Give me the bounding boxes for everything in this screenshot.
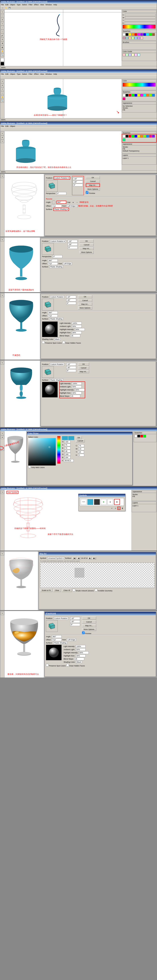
spectrum[interactable] — [123, 83, 155, 87]
tool-pen[interactable]: ✒ — [1, 18, 4, 22]
y-rot[interactable] — [73, 180, 83, 183]
slider-m[interactable] — [125, 16, 156, 19]
stroke-row[interactable]: Stroke: — [133, 493, 155, 495]
blue-glass-shaded[interactable] — [6, 295, 36, 334]
ok-button[interactable]: OK — [82, 617, 96, 620]
menu-view[interactable]: View — [40, 73, 44, 75]
menu-select[interactable]: Select — [22, 73, 27, 75]
x-rot[interactable] — [68, 240, 77, 243]
color-field[interactable] — [28, 438, 56, 466]
appear-stroke[interactable]: Stroke: — [123, 107, 155, 109]
cap-off[interactable]: ○ — [75, 201, 79, 204]
cancel-button[interactable]: Cancel — [76, 439, 85, 442]
symbol-select[interactable]: Unnamed Symbol ▾ — [47, 557, 64, 560]
x-rot[interactable] — [73, 177, 83, 180]
light-int-input[interactable] — [72, 322, 82, 325]
more-options-button[interactable]: More Options — [86, 188, 100, 191]
swatch[interactable] — [131, 54, 134, 56]
appear-stroke[interactable]: Stroke: — [123, 146, 155, 148]
surface-next[interactable]: ▶ — [88, 557, 92, 559]
preserve-check[interactable]: Preserve Spot Colors — [46, 665, 66, 667]
swatch[interactable] — [126, 33, 128, 36]
symbol-item-selected[interactable]: ❀ — [114, 499, 120, 505]
menu-help[interactable]: Help — [53, 73, 57, 75]
menu-window[interactable]: Window — [45, 73, 52, 75]
tool-rotate[interactable]: ↻ — [1, 38, 4, 41]
tool-line[interactable]: / — [1, 26, 4, 29]
tb-new[interactable]: □ — [1, 6, 4, 10]
symbol-new-btn[interactable]: ◫ — [117, 507, 120, 510]
tool-rect[interactable]: □ — [1, 91, 4, 95]
tool-type[interactable]: T — [1, 140, 4, 143]
surface-select[interactable]: Plastic Shading — [53, 641, 67, 644]
tool-direct[interactable]: ⬚ — [1, 14, 4, 18]
x-rot[interactable] — [70, 617, 80, 620]
swatch[interactable] — [149, 33, 152, 36]
menu-object[interactable]: Object — [10, 125, 15, 127]
hue-slider[interactable] — [57, 436, 61, 463]
tool-hand[interactable]: ✋ — [1, 95, 4, 99]
light-preview[interactable] — [42, 382, 58, 398]
zoom-level[interactable]: 300% — [1, 67, 5, 68]
ok-button[interactable]: OK — [78, 363, 89, 366]
tool-select[interactable]: ↖ — [1, 361, 4, 364]
clear-button[interactable]: Clear — [53, 589, 61, 592]
shade-check[interactable]: Shade Artwork (slower) — [73, 589, 94, 592]
swatch[interactable] — [123, 94, 125, 97]
menu-file[interactable]: File — [1, 73, 4, 75]
pos-select[interactable]: Custom Rotation — [50, 363, 64, 366]
swatch[interactable] — [135, 37, 137, 40]
canvas[interactable]: 在西边放着喜欢吧 — [5, 431, 26, 486]
swatch[interactable] — [128, 54, 131, 56]
swatch[interactable] — [140, 33, 143, 36]
z-rot[interactable] — [66, 369, 76, 372]
y-rot[interactable] — [66, 366, 76, 369]
shading-select[interactable]: Black — [54, 338, 61, 340]
preview-checkbox[interactable]: Preview — [86, 191, 100, 194]
z-rot[interactable] — [66, 302, 76, 305]
tool-select[interactable]: ↖ — [1, 431, 4, 435]
light-preview[interactable] — [42, 321, 58, 337]
y-rot[interactable] — [70, 620, 80, 623]
r-input[interactable] — [64, 450, 70, 453]
canvas[interactable]: 养选填色窗口，现在可以试试了吧，请把你喜欢的色都拿选上去 — [5, 131, 122, 170]
swatch[interactable] — [149, 94, 152, 97]
swatch[interactable] — [128, 33, 131, 36]
rotation-cube[interactable] — [42, 299, 54, 310]
red-wireframe-glass[interactable] — [10, 494, 46, 541]
swatch[interactable] — [143, 435, 146, 438]
swatch[interactable] — [123, 33, 125, 36]
tool-type[interactable]: T — [1, 88, 4, 91]
ok-button[interactable]: OK — [86, 176, 100, 179]
draw-hidden-check[interactable]: Draw Hidden Faces — [66, 665, 85, 667]
cancel-button[interactable]: Cancel — [78, 366, 89, 369]
canvas[interactable] — [5, 360, 40, 427]
fill-swatch[interactable] — [1, 58, 4, 62]
swatch[interactable] — [131, 33, 134, 36]
symbol-break-btn[interactable]: ⎋ — [114, 507, 117, 510]
ok-button[interactable]: OK — [78, 295, 92, 298]
tool-select[interactable]: ↖ — [1, 10, 4, 14]
li-input[interactable] — [76, 645, 86, 648]
surface-select[interactable]: Plastic Shading — [50, 379, 63, 382]
y-input[interactable] — [78, 450, 84, 453]
swatch[interactable] — [140, 37, 143, 40]
new-symbol-button[interactable]: New Symbol — [6, 491, 18, 494]
angle-input[interactable] — [48, 259, 58, 262]
angle-input[interactable] — [48, 311, 58, 314]
swatch[interactable] — [143, 94, 146, 97]
cancel-button[interactable]: Cancel — [80, 243, 94, 247]
menu-object[interactable]: Object — [10, 73, 15, 75]
m-input[interactable] — [78, 447, 84, 450]
swatch[interactable] — [126, 37, 128, 40]
menu-edit[interactable]: Edit — [5, 125, 9, 127]
z-rot[interactable] — [70, 623, 80, 626]
offset-input[interactable] — [48, 314, 58, 317]
zoom[interactable]: 300% — [1, 171, 5, 173]
ambient-input[interactable] — [72, 325, 82, 328]
appear-fill[interactable]: Fill: — [123, 148, 155, 150]
swatch[interactable] — [135, 435, 137, 438]
final-gold-glass[interactable] — [6, 613, 42, 660]
layer-item[interactable]: Layer 1 — [133, 505, 155, 507]
swatch[interactable] — [140, 435, 143, 438]
